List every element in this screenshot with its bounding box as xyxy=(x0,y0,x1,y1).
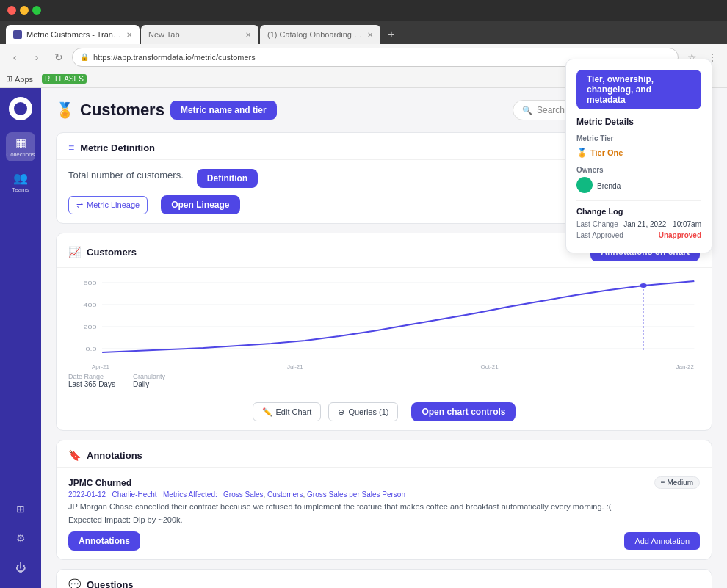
open-lineage-tooltip: Open Lineage xyxy=(161,195,239,214)
new-tab-button[interactable]: + xyxy=(382,25,401,44)
chart-container: 600 400 200 0.0 Apr-21 Jul-21 Oct-21 xyxy=(57,268,712,396)
owners-section: Owners Brenda xyxy=(576,166,701,193)
annotation-item-1: JPMC Churned ≡ Medium 2022-01-12 Charlie… xyxy=(68,476,700,524)
annotations-tooltip: Annotations xyxy=(68,531,140,551)
svg-text:600: 600 xyxy=(83,280,96,286)
queries-button[interactable]: ⊕ Queries (1) xyxy=(328,402,398,421)
sidebar-item-collections[interactable]: ▦ Collections xyxy=(6,132,35,161)
x-label-2: Jul-21 xyxy=(287,363,303,370)
metric-def-title: Metric Definition xyxy=(80,142,155,153)
page-title: Customers xyxy=(80,101,164,120)
browser-titlebar xyxy=(0,0,727,21)
granularity-meta: Granularity Daily xyxy=(133,373,165,388)
annotation-meta: 2022-01-12 Charlie-Hecht Metrics Affecte… xyxy=(68,490,700,498)
annotation-metric-1[interactable]: Gross Sales xyxy=(223,490,263,498)
chart-card: 📈 Customers Annotations on chart 600 400 xyxy=(56,233,712,431)
annotation-metrics-label: Metrics Affected: xyxy=(163,490,217,498)
sidebar-grid-icon[interactable]: ⊞ xyxy=(9,497,32,520)
tier-ownership-tooltip: Tier, ownership, changelog, and metadata xyxy=(576,70,701,109)
chart-title: Customers xyxy=(87,247,137,258)
lock-icon: 🔒 xyxy=(80,53,89,61)
close-traffic-light[interactable] xyxy=(7,6,16,15)
last-approved-value: Unapproved xyxy=(659,231,701,239)
owners-label: Owners xyxy=(576,166,701,174)
edit-chart-icon: ✏️ xyxy=(262,407,272,417)
annotation-author: Charlie-Hecht xyxy=(112,490,157,498)
chart-icon: 📈 xyxy=(68,246,81,258)
last-approved-row: Last Approved Unapproved xyxy=(576,231,701,239)
tab-close-3[interactable]: ✕ xyxy=(367,31,373,39)
sidebar-label-teams: Teams xyxy=(12,186,29,193)
forward-button[interactable]: › xyxy=(28,48,46,66)
svg-text:0.0: 0.0 xyxy=(85,346,96,352)
last-change-row: Last Change Jan 21, 2022 - 10:07am xyxy=(576,220,701,228)
metric-def-icon: ≡ xyxy=(68,142,74,153)
teams-icon: 👥 xyxy=(13,171,28,185)
tab-label-3: (1) Catalog Onboarding Guides xyxy=(267,30,363,39)
address-text: https://app.transformdata.io/metric/cust… xyxy=(93,53,256,62)
bookmark-releases[interactable]: RELEASES xyxy=(42,74,87,84)
questions-card: 💬 Questions RP Does this include custome… xyxy=(56,569,712,588)
search-icon: 🔍 xyxy=(522,106,532,115)
apps-icon: ⊞ xyxy=(6,74,12,84)
granularity-label: Granularity xyxy=(133,373,165,380)
metric-lineage-button[interactable]: ⇌ Metric Lineage xyxy=(68,196,148,214)
annotation-metric-3[interactable]: Gross Sales per Sales Person xyxy=(307,490,405,498)
questions-header: 💬 Questions xyxy=(57,570,712,588)
tier-badge: 🏅 Tier One xyxy=(576,148,623,158)
app-container: ▦ Collections 👥 Teams ⊞ ⚙ ⏻ 🏅 Customers … xyxy=(0,88,727,588)
annotation-date: 2022-01-12 xyxy=(68,490,106,498)
tab-catalog[interactable]: (1) Catalog Onboarding Guides ✕ xyxy=(260,25,380,44)
traffic-lights xyxy=(7,6,41,15)
svg-text:200: 200 xyxy=(83,324,96,330)
tab-close-2[interactable]: ✕ xyxy=(245,31,251,39)
refresh-button[interactable]: ↻ xyxy=(50,48,68,66)
owner-name: Brenda xyxy=(597,182,621,190)
last-change-value: Jan 21, 2022 - 10:07am xyxy=(623,220,701,228)
back-button[interactable]: ‹ xyxy=(6,48,23,66)
definition-tooltip: Definition xyxy=(197,169,258,188)
edit-chart-label: Edit Chart xyxy=(276,407,312,416)
lineage-btn-icon: ⇌ xyxy=(76,200,83,210)
sidebar-power-icon[interactable]: ⏻ xyxy=(9,556,32,579)
granularity-value: Daily xyxy=(133,380,165,388)
maximize-traffic-light[interactable] xyxy=(32,6,41,15)
sidebar-bottom: ⊞ ⚙ ⏻ xyxy=(9,497,32,579)
annotations-title: Annotations xyxy=(87,450,142,461)
sidebar: ▦ Collections 👥 Teams ⊞ ⚙ ⏻ xyxy=(0,88,41,588)
sidebar-item-teams[interactable]: 👥 Teams xyxy=(6,167,35,197)
queries-label: Queries (1) xyxy=(348,407,388,416)
tier-icon: 🏅 xyxy=(576,148,587,158)
annotation-name: JPMC Churned xyxy=(68,478,131,488)
metric-details-panel: Tier, ownership, changelog, and metadata… xyxy=(565,59,712,253)
tab-new-tab[interactable]: New Tab ✕ xyxy=(141,25,258,44)
bookmark-apps[interactable]: ⊞ Apps xyxy=(6,74,33,84)
x-label-1: Apr-21 xyxy=(92,363,109,370)
minimize-traffic-light[interactable] xyxy=(20,6,29,15)
tab-metric-customers[interactable]: Metric Customers - Transform ✕ xyxy=(6,25,140,44)
page-title-area: 🏅 Customers Metric name and tier xyxy=(56,101,277,120)
tier-section-label: Metric Tier xyxy=(576,134,701,142)
collections-icon: ▦ xyxy=(15,136,26,150)
annotation-text: JP Morgan Chase cancelled their contract… xyxy=(68,501,700,512)
queries-icon: ⊕ xyxy=(338,407,344,417)
last-change-label: Last Change xyxy=(576,220,618,228)
sidebar-settings-icon[interactable]: ⚙ xyxy=(9,526,32,550)
metric-tier-section: Metric Tier 🏅 Tier One xyxy=(576,134,701,159)
releases-badge: RELEASES xyxy=(42,74,87,84)
metric-details-title: Metric Details xyxy=(576,117,701,127)
sidebar-logo[interactable] xyxy=(9,97,32,120)
tab-close-1[interactable]: ✕ xyxy=(126,31,132,39)
tier-value: Tier One xyxy=(590,148,623,157)
chart-x-labels: Apr-21 Jul-21 Oct-21 Jan-22 xyxy=(68,363,700,370)
annotation-impact: Expected Impact: Dip by ~200k. xyxy=(68,515,700,524)
annotations-body: JPMC Churned ≡ Medium 2022-01-12 Charlie… xyxy=(57,468,712,559)
annotation-metric-2[interactable]: Customers xyxy=(267,490,303,498)
lineage-btn-label: Metric Lineage xyxy=(87,200,140,209)
edit-chart-button[interactable]: ✏️ Edit Chart xyxy=(253,402,322,421)
date-range-label: Date Range xyxy=(68,373,115,380)
chart-line-svg: 600 400 200 0.0 xyxy=(68,275,700,363)
add-annotation-button[interactable]: Add Annotation xyxy=(624,532,700,550)
browser-tabs: Metric Customers - Transform ✕ New Tab ✕… xyxy=(0,21,727,44)
tab-label-1: Metric Customers - Transform xyxy=(26,30,122,39)
